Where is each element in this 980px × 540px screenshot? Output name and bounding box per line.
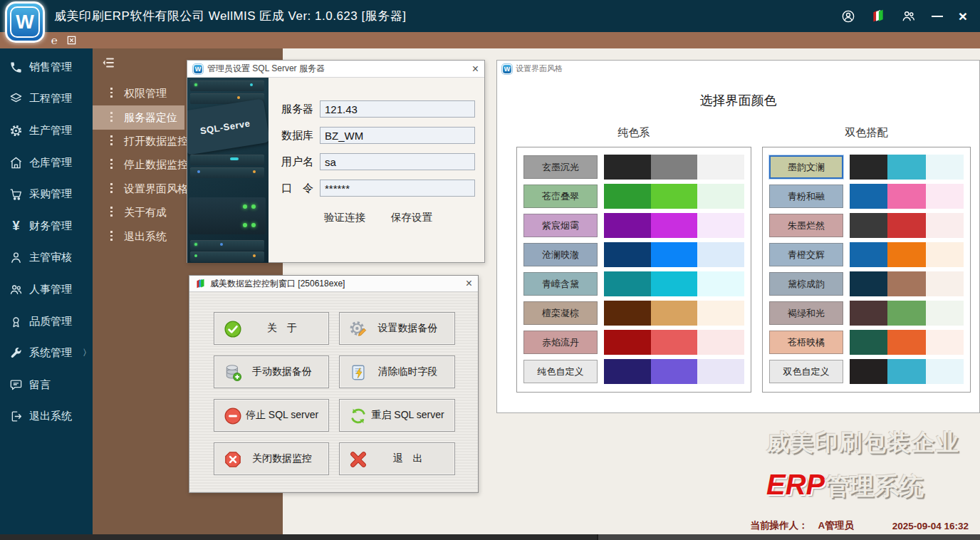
sidebar-item-warehouse[interactable]: 仓库管理	[0, 147, 93, 179]
erp-letters: ERP	[766, 469, 825, 500]
color-swatch	[850, 271, 887, 296]
password-field-label: 口 令	[281, 182, 320, 195]
sql-dialog-titlebar: W 管理员设置 SQL Server 服务器 ×	[187, 61, 484, 78]
dots-icon	[110, 159, 113, 171]
manual-backup-button[interactable]: 手动数据备份	[214, 355, 329, 388]
user-circle-icon[interactable]	[841, 9, 855, 24]
color-swatch	[850, 359, 887, 384]
theme-option-solid-0[interactable]: 玄墨沉光	[523, 155, 598, 179]
theme-option-solid-3[interactable]: 沧澜映澈	[523, 243, 598, 266]
sidebar-item-messages[interactable]: 留言	[0, 369, 93, 401]
theme-option-duo-6[interactable]: 苍梧映橘	[769, 331, 843, 354]
sidebar-item-finance[interactable]: ¥ 财务管理	[0, 210, 93, 242]
color-swatch	[697, 213, 744, 238]
dots-icon	[110, 88, 113, 100]
data-monitor-window: 威美数据监控控制窗口 [250618exe] × 关 于 设置数据备份 手动数据…	[189, 275, 479, 493]
sidebar-item-hr[interactable]: 人事管理	[0, 274, 93, 306]
theme-option-solid-5[interactable]: 檀栾凝棕	[523, 301, 598, 325]
boxed-x-icon[interactable]	[66, 35, 77, 46]
theme-option-duo-3[interactable]: 青橙交辉	[769, 243, 843, 266]
save-settings-button[interactable]: 保存设置	[391, 211, 432, 224]
dots-icon	[110, 207, 113, 219]
sql-connection-form: 服务器 数据库 用户名 口 令 验证连接 保存设置	[281, 78, 475, 224]
indent-collapse-icon[interactable]	[101, 56, 115, 70]
theme-row: 玄墨沉光	[523, 155, 744, 180]
server-input[interactable]	[320, 100, 475, 118]
duo-column-header: 双色搭配	[762, 126, 971, 140]
theme-option-solid-2[interactable]: 紫宸烟霭	[523, 214, 598, 237]
color-swatch	[604, 184, 651, 209]
color-swatch	[887, 155, 925, 180]
color-swatch	[887, 271, 925, 296]
sidebar-item-engineering[interactable]: 工程管理	[0, 83, 93, 115]
sidebar-item-quality[interactable]: 品质管理	[0, 306, 93, 338]
database-input[interactable]	[320, 127, 475, 144]
color-swatch	[887, 213, 925, 238]
sidebar-item-purchasing[interactable]: 采购管理	[0, 178, 93, 210]
theme-row: 青粉和融	[769, 184, 964, 209]
duo-color-group: 墨韵文澜青粉和融朱墨烂然青橙交辉黛棕成韵褐绿和光苍梧映橘双色自定义	[762, 147, 971, 393]
password-input[interactable]	[320, 180, 475, 197]
color-swatch	[697, 184, 744, 209]
theme-option-duo-7[interactable]: 双色自定义	[769, 360, 843, 383]
theme-option-duo-4[interactable]: 黛棕成韵	[769, 272, 843, 296]
toolbar-strip: ℮	[0, 32, 980, 48]
person-icon	[9, 251, 23, 264]
close-data-monitor-button[interactable]: 关闭数据监控	[214, 442, 329, 475]
close-icon[interactable]: ×	[959, 0, 967, 32]
theme-option-duo-1[interactable]: 青粉和融	[769, 185, 843, 208]
color-swatch	[604, 155, 651, 180]
theme-option-solid-4[interactable]: 青嶂含黛	[523, 272, 598, 296]
medal-icon	[9, 315, 23, 328]
theme-option-duo-0[interactable]: 墨韵文澜	[769, 155, 843, 179]
stop-sql-server-button[interactable]: 停止 SQL server	[214, 399, 329, 432]
close-icon[interactable]: ×	[472, 61, 479, 78]
color-swatch	[604, 242, 651, 267]
exit-button[interactable]: 退 出	[339, 442, 455, 475]
ui-style-titlebar: W 设置界面风格	[502, 63, 563, 74]
about-button[interactable]: 关 于	[214, 312, 329, 345]
theme-swatches	[850, 271, 964, 296]
restart-sql-server-button[interactable]: 重启 SQL server	[339, 399, 455, 432]
theme-option-solid-7[interactable]: 纯色自定义	[523, 360, 598, 383]
clear-temp-fields-button[interactable]: 清除临时字段	[339, 355, 455, 388]
sidebar-item-supervisor-review[interactable]: 主管审核	[0, 242, 93, 274]
color-swatch	[697, 155, 744, 180]
minimize-icon[interactable]	[932, 16, 943, 17]
sidebar-item-sales[interactable]: 销售管理	[0, 51, 93, 83]
sidebar-item-system[interactable]: 系统管理 〉	[0, 337, 93, 369]
sidebar-item-production[interactable]: 生产管理	[0, 115, 93, 147]
color-swatch	[887, 242, 925, 267]
theme-swatches	[604, 330, 744, 355]
color-swatch	[651, 242, 698, 267]
theme-option-solid-6[interactable]: 赤焰流丹	[523, 331, 598, 354]
datetime: 2025-09-04 16:32	[892, 521, 969, 531]
theme-swatches	[850, 359, 964, 384]
yen-icon: ¥	[9, 219, 23, 234]
users-icon[interactable]	[901, 9, 916, 24]
database-add-icon	[224, 363, 242, 382]
theme-option-duo-5[interactable]: 褐绿和光	[769, 301, 843, 325]
backup-settings-button[interactable]: 设置数据备份	[339, 312, 455, 345]
username-input[interactable]	[320, 153, 475, 170]
color-swatch	[604, 330, 651, 355]
close-icon[interactable]: ×	[466, 275, 472, 292]
color-swatch	[926, 184, 964, 209]
w-logo-icon: W	[502, 64, 512, 74]
dots-icon	[110, 112, 113, 124]
color-swatch	[887, 301, 925, 326]
estimated-e-icon[interactable]: ℮	[51, 34, 58, 46]
theme-option-duo-2[interactable]: 朱墨烂然	[769, 214, 843, 237]
color-swatch	[604, 359, 651, 384]
verify-connection-button[interactable]: 验证连接	[324, 211, 365, 224]
logo-letter: W	[10, 6, 40, 38]
sidebar-item-exit[interactable]: 退出系统	[0, 401, 93, 433]
color-swatch	[926, 330, 964, 355]
theme-option-solid-1[interactable]: 苍峦叠翠	[523, 185, 598, 208]
color-book-icon[interactable]	[871, 9, 885, 24]
submenu-item-server-location[interactable]: 服务器定位	[93, 105, 184, 129]
color-swatch	[926, 359, 964, 384]
monitor-titlebar: 威美数据监控控制窗口 [250618exe] ×	[189, 276, 478, 292]
sql-dialog-title: 管理员设置 SQL Server 服务器	[207, 63, 325, 75]
theme-swatches	[604, 184, 744, 209]
